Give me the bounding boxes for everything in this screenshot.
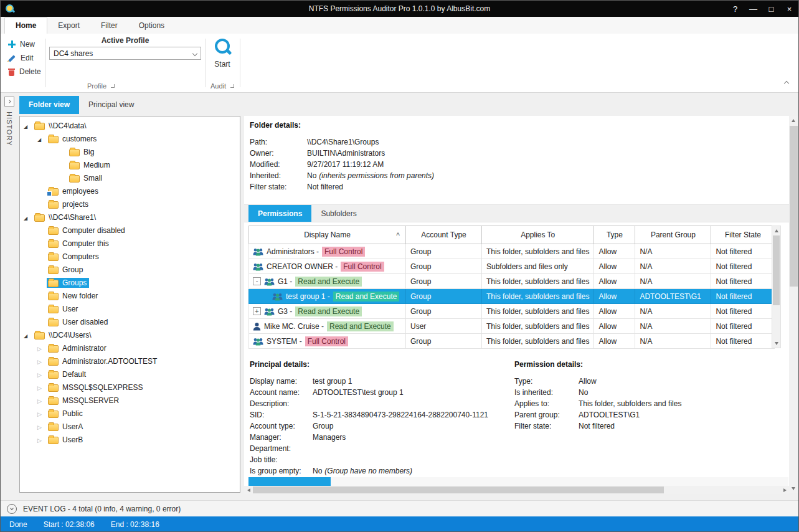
tree-item[interactable]: Small (20, 171, 240, 184)
table-row-selected[interactable]: test group 1 -Read and Execute Group Thi… (249, 289, 775, 304)
tree-item[interactable]: Medium (20, 158, 240, 171)
table-scrollbar[interactable] (772, 226, 781, 348)
tab-principal-view[interactable]: Principal view (79, 96, 143, 114)
active-profile-value: DC4 shares (54, 49, 93, 58)
expanded-arrow-icon[interactable] (24, 122, 33, 130)
new-profile-button[interactable]: New (6, 37, 44, 51)
collapsed-arrow-icon[interactable] (37, 371, 47, 378)
status-start-time: Start : 02:38:06 (44, 520, 95, 529)
collapse-ribbon-button[interactable] (785, 78, 788, 87)
tab-export[interactable]: Export (47, 18, 90, 34)
dialog-launcher-icon[interactable] (230, 84, 234, 88)
scroll-down-arrow[interactable] (772, 339, 780, 348)
tree-item[interactable]: Default (20, 368, 240, 381)
collapsed-arrow-icon[interactable] (37, 423, 47, 430)
history-panel-toggle[interactable]: HISTORY (2, 97, 17, 146)
detail-label: SID: (250, 409, 313, 420)
expand-row-icon[interactable]: + (253, 307, 261, 315)
tab-permissions[interactable]: Permissions (248, 205, 311, 222)
tree-item[interactable]: Big (20, 145, 240, 158)
tree-item[interactable]: User (20, 302, 240, 315)
start-audit-button[interactable]: Start (207, 36, 237, 69)
tree-item[interactable]: Computers (20, 250, 240, 263)
tree-item[interactable]: MSSQL$SQLEXPRESS (20, 381, 240, 394)
collapsed-arrow-icon[interactable] (37, 344, 47, 352)
folder-tree: \\DC4\data\ customers Big Medium Small e… (19, 116, 240, 493)
column-header-account-type[interactable]: Account Type (406, 226, 482, 244)
minimize-button[interactable]: — (744, 1, 762, 17)
help-button[interactable]: ? (726, 1, 744, 17)
dialog-launcher-icon[interactable] (111, 84, 115, 88)
event-log-bar[interactable]: EVENT LOG - 4 total (0 info, 4 warning, … (1, 500, 798, 516)
tree-item[interactable]: Administrator (20, 341, 240, 354)
scrollbar-thumb[interactable] (253, 487, 664, 493)
tree-item[interactable]: UserB (20, 433, 240, 446)
expanded-arrow-icon[interactable] (24, 331, 33, 339)
collapse-row-icon[interactable]: - (253, 277, 261, 285)
tree-item[interactable]: UserA (20, 420, 240, 433)
tree-item[interactable]: employees (20, 184, 240, 197)
scroll-up-arrow[interactable] (789, 116, 797, 125)
principal-name: G3 - (278, 307, 292, 316)
table-row[interactable]: +G3 -Read and Execute Group This folder,… (249, 304, 775, 319)
scroll-down-arrow[interactable] (789, 484, 797, 493)
clipped-active-tab[interactable] (248, 477, 331, 486)
scroll-right-arrow[interactable] (780, 486, 789, 494)
column-header-parent-group[interactable]: Parent Group (635, 226, 711, 244)
column-header-filter-state[interactable]: Filter State (711, 226, 775, 244)
column-header-applies-to[interactable]: Applies To (482, 226, 594, 244)
tab-subfolders[interactable]: Subfolders (311, 205, 366, 222)
column-header-display-name[interactable]: Display Name (249, 226, 406, 244)
tree-item[interactable]: projects (20, 197, 240, 211)
tree-item[interactable]: MSSQLSERVER (20, 394, 240, 407)
tab-filter[interactable]: Filter (90, 18, 128, 34)
collapsed-arrow-icon[interactable] (37, 384, 47, 391)
expanded-arrow-icon[interactable] (37, 135, 47, 143)
chevron-down-circle-icon[interactable] (7, 504, 17, 514)
expand-history-button[interactable] (4, 97, 14, 107)
tree-item[interactable]: New folder (20, 289, 240, 302)
tree-item[interactable]: \\DC4\data\ (20, 119, 240, 132)
delete-profile-button[interactable]: Delete (6, 65, 44, 78)
permission-badge: Read and Execute (295, 306, 362, 316)
tree-item[interactable]: Computer this (20, 237, 240, 250)
edit-profile-button[interactable]: Edit (6, 51, 44, 65)
scrollbar-thumb[interactable] (790, 126, 798, 287)
scroll-left-arrow[interactable] (244, 486, 253, 494)
tree-item-groups[interactable]: Groups (20, 276, 240, 289)
maximize-button[interactable]: □ (762, 1, 780, 17)
tab-options[interactable]: Options (128, 18, 175, 34)
table-row[interactable]: CREATOR OWNER -Full Control Group Subfol… (249, 259, 775, 274)
active-profile-select[interactable]: DC4 shares (49, 47, 201, 60)
close-button[interactable]: × (780, 1, 798, 17)
cell-applies-to: This folder, subfolders and files (482, 289, 594, 304)
tree-item[interactable]: Public (20, 407, 240, 420)
tree-item[interactable]: Computer disabled (20, 224, 240, 237)
horizontal-scrollbar[interactable] (244, 486, 789, 494)
tab-folder-view[interactable]: Folder view (19, 96, 79, 114)
tree-item-label: \\DC4\Share1\ (49, 213, 96, 222)
table-row[interactable]: -G1 -Read and Execute Group This folder,… (249, 274, 775, 289)
folder-icon (48, 136, 59, 143)
table-row[interactable]: SYSTEM -Full Control Group This folder, … (249, 334, 775, 349)
principal-name: G1 - (278, 277, 292, 286)
column-header-type[interactable]: Type (594, 226, 635, 244)
table-row[interactable]: Mike MC. Cruise -Read and Execute User T… (249, 319, 775, 334)
table-row[interactable]: Administrators -Full Control Group This … (249, 244, 775, 259)
tree-item[interactable]: Administrator.ADTOOLTEST (20, 354, 240, 368)
collapsed-arrow-icon[interactable] (37, 410, 47, 417)
tree-item[interactable]: Group (20, 263, 240, 276)
tree-item[interactable]: User disabled (20, 315, 240, 328)
scroll-up-arrow[interactable] (772, 226, 780, 235)
detail-row: Owner:BUILTIN\Administrators (250, 148, 434, 159)
vertical-scrollbar[interactable] (789, 116, 798, 493)
scrollbar-thumb[interactable] (773, 235, 780, 305)
tab-home[interactable]: Home (4, 17, 47, 34)
collapsed-arrow-icon[interactable] (37, 436, 47, 444)
tree-item[interactable]: \\DC4\Users\ (20, 328, 240, 341)
expanded-arrow-icon[interactable] (24, 214, 33, 221)
tree-item[interactable]: customers (20, 132, 240, 145)
collapsed-arrow-icon[interactable] (37, 397, 47, 404)
tree-item[interactable]: \\DC4\Share1\ (20, 211, 240, 224)
collapsed-arrow-icon[interactable] (37, 358, 47, 365)
